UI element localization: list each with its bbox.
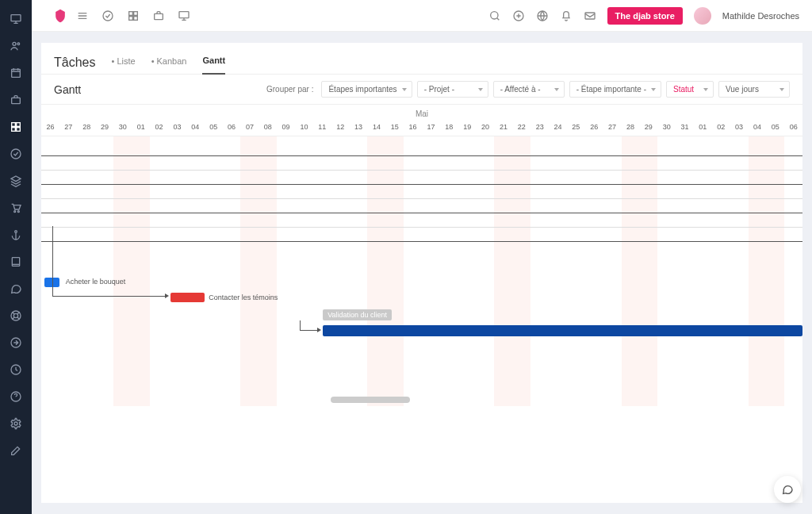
milestone-label[interactable]: Validation du client bbox=[323, 309, 392, 320]
day-cell: 24 bbox=[549, 118, 567, 136]
day-cell: 01 bbox=[132, 118, 150, 136]
day-cell: 10 bbox=[295, 118, 313, 136]
day-cell: 08 bbox=[259, 118, 277, 136]
svg-rect-30 bbox=[585, 13, 595, 19]
day-cell: 31 bbox=[676, 118, 694, 136]
day-cell: 03 bbox=[168, 118, 186, 136]
day-cell: 04 bbox=[186, 118, 205, 136]
svg-point-20 bbox=[103, 11, 113, 21]
svg-point-10 bbox=[14, 211, 16, 213]
book-icon[interactable] bbox=[10, 255, 22, 268]
svg-rect-0 bbox=[11, 15, 21, 21]
day-cell: 28 bbox=[622, 118, 640, 136]
settings-icon[interactable] bbox=[10, 417, 22, 430]
user-name: Mathilde Desroches bbox=[722, 11, 799, 21]
export-icon[interactable] bbox=[10, 336, 22, 349]
day-cell: 09 bbox=[277, 118, 295, 136]
svg-rect-3 bbox=[12, 69, 21, 77]
day-cell: 27 bbox=[603, 118, 622, 136]
day-cell: 05 bbox=[205, 118, 223, 136]
day-cell: 23 bbox=[530, 118, 549, 136]
task-label-2: Contacter les témoins bbox=[209, 293, 278, 301]
day-cell: 14 bbox=[367, 118, 385, 136]
help-icon[interactable] bbox=[10, 390, 22, 403]
mail-icon[interactable] bbox=[584, 10, 596, 22]
briefcase-icon[interactable] bbox=[10, 94, 22, 106]
plus-icon[interactable] bbox=[512, 10, 525, 22]
filter-assigned[interactable]: - Affecté à - bbox=[493, 81, 565, 98]
tab-gantt[interactable]: Gantt bbox=[202, 51, 225, 75]
menu-icon[interactable] bbox=[76, 10, 89, 22]
day-cell: 26 bbox=[585, 118, 603, 136]
anchor-icon[interactable] bbox=[10, 228, 22, 241]
svg-rect-5 bbox=[12, 123, 16, 127]
filter-view[interactable]: Vue jours bbox=[718, 81, 790, 98]
filter-status[interactable]: Statut bbox=[666, 81, 714, 98]
day-cell: 03 bbox=[730, 118, 749, 136]
search-icon[interactable] bbox=[488, 10, 501, 22]
day-cell: 13 bbox=[350, 118, 368, 136]
lifebuoy-icon[interactable] bbox=[10, 309, 22, 322]
tab-list[interactable]: • Liste bbox=[111, 52, 135, 74]
svg-rect-26 bbox=[179, 11, 189, 17]
day-cell: 16 bbox=[404, 118, 422, 136]
group-by-label: Grouper par : bbox=[266, 85, 313, 94]
svg-rect-24 bbox=[134, 16, 138, 20]
check-circle-icon[interactable] bbox=[102, 10, 114, 22]
day-cell: 27 bbox=[59, 118, 78, 136]
grid-icon[interactable] bbox=[10, 121, 22, 133]
svg-point-27 bbox=[490, 11, 497, 18]
day-cell: 26 bbox=[41, 118, 59, 136]
briefcase-top-icon[interactable] bbox=[152, 10, 165, 22]
svg-rect-4 bbox=[12, 98, 21, 103]
grid-top-icon[interactable] bbox=[127, 10, 140, 22]
day-cell: 01 bbox=[694, 118, 712, 136]
bell-icon[interactable] bbox=[560, 10, 573, 22]
cart-icon[interactable] bbox=[10, 201, 22, 214]
svg-rect-22 bbox=[134, 11, 138, 15]
day-cell: 22 bbox=[512, 118, 530, 136]
layers-icon[interactable] bbox=[10, 175, 22, 187]
day-cell: 02 bbox=[712, 118, 730, 136]
page-title: Tâches bbox=[54, 56, 95, 70]
svg-rect-8 bbox=[17, 128, 21, 132]
store-button[interactable]: The djab store bbox=[607, 7, 683, 25]
help-fab[interactable] bbox=[774, 476, 801, 503]
gantt-subtitle: Gantt bbox=[54, 83, 81, 96]
svg-rect-6 bbox=[17, 123, 21, 127]
monitor-top-icon[interactable] bbox=[178, 10, 190, 22]
chat-icon[interactable] bbox=[10, 282, 22, 295]
task-label-1: Acheter le bouquet bbox=[66, 278, 126, 286]
day-cell: 06 bbox=[784, 118, 802, 136]
calendar-icon[interactable] bbox=[10, 67, 22, 79]
day-cell: 29 bbox=[639, 118, 657, 136]
day-cell: 15 bbox=[385, 118, 404, 136]
svg-rect-21 bbox=[129, 11, 133, 15]
day-cell: 30 bbox=[657, 118, 676, 136]
day-cell: 28 bbox=[78, 118, 96, 136]
monitor-icon[interactable] bbox=[10, 13, 22, 25]
day-cell: 17 bbox=[422, 118, 440, 136]
day-cell: 30 bbox=[113, 118, 132, 136]
filter-milestones[interactable]: Étapes importantes bbox=[321, 81, 412, 98]
day-cell: 11 bbox=[313, 118, 331, 136]
svg-point-1 bbox=[13, 42, 16, 45]
task-bar-2[interactable] bbox=[170, 293, 205, 302]
filter-milestone[interactable]: - Étape importante - bbox=[569, 81, 661, 98]
day-cell: 20 bbox=[477, 118, 495, 136]
task-bar-3[interactable] bbox=[323, 325, 802, 336]
edit-icon[interactable] bbox=[10, 444, 22, 457]
svg-point-15 bbox=[13, 313, 17, 317]
svg-point-12 bbox=[15, 231, 17, 233]
avatar[interactable] bbox=[694, 7, 711, 25]
day-cell: 18 bbox=[440, 118, 458, 136]
clock-icon[interactable] bbox=[10, 363, 22, 376]
filter-project[interactable]: - Projet - bbox=[417, 81, 488, 98]
horizontal-scrollbar[interactable] bbox=[331, 397, 410, 403]
tab-kanban[interactable]: • Kanban bbox=[151, 52, 187, 74]
users-icon[interactable] bbox=[10, 40, 22, 52]
day-cell: 06 bbox=[223, 118, 241, 136]
logo-icon bbox=[52, 8, 68, 24]
check-icon[interactable] bbox=[10, 148, 22, 160]
globe-icon[interactable] bbox=[536, 10, 549, 22]
